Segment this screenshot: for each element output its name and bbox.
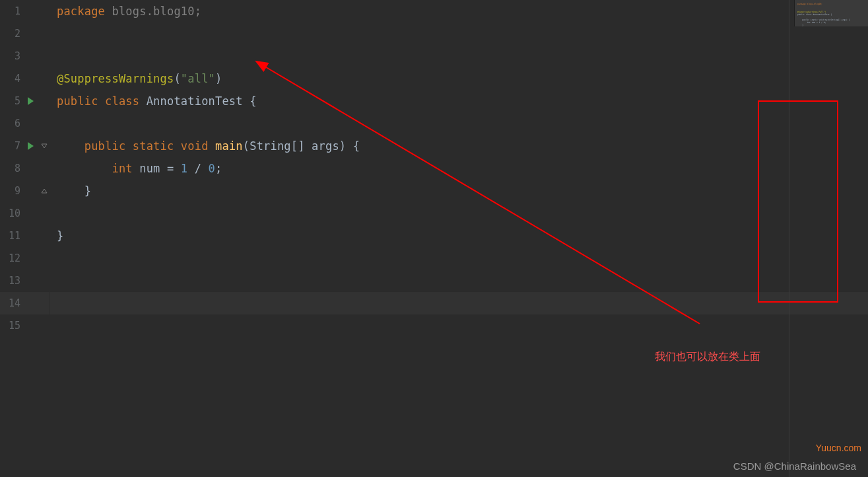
indent <box>57 139 84 153</box>
code-line-6[interactable] <box>50 112 868 135</box>
gutter-line[interactable]: 7 <box>0 135 50 157</box>
punct: ) <box>215 72 222 85</box>
code-area[interactable]: package blogs.blog10; @SuppressWarnings(… <box>50 0 868 477</box>
keyword: package <box>57 5 105 18</box>
gutter-line[interactable]: 15 <box>0 314 50 337</box>
code-line-13[interactable] <box>50 270 868 292</box>
gutter-line[interactable]: 14 <box>0 292 50 314</box>
code-line-4[interactable]: @SuppressWarnings("all") <box>50 67 868 90</box>
keyword: public class <box>57 94 147 108</box>
punct: ; <box>215 162 222 175</box>
brace: { <box>353 139 360 153</box>
function-name: main <box>215 139 243 153</box>
code-line-9[interactable]: } <box>50 180 868 202</box>
keyword: int <box>112 162 139 175</box>
gutter-line[interactable]: 12 <box>0 247 50 270</box>
minimap[interactable]: package blogs.blog10;@SuppressWarnings("… <box>794 0 868 26</box>
number: 1 <box>181 162 187 175</box>
annotation: @SuppressWarnings <box>57 72 174 85</box>
signature: (String[] args) <box>243 139 353 153</box>
gutter-line[interactable]: 4 <box>0 67 50 90</box>
run-icon[interactable] <box>28 97 34 105</box>
brace: } <box>57 229 63 242</box>
code-line-7[interactable]: public static void main(String[] args) { <box>50 135 868 157</box>
gutter-line[interactable]: 3 <box>0 45 50 67</box>
gutter-line[interactable]: 2 <box>0 22 50 45</box>
indent <box>57 162 112 175</box>
brace: { <box>250 94 256 108</box>
code-line-11[interactable]: } <box>50 225 868 247</box>
code-line-2[interactable] <box>50 22 868 45</box>
operator: / <box>187 162 208 175</box>
code-text: blogs.blog10; <box>105 5 201 18</box>
gutter-line[interactable]: 11 <box>0 225 50 247</box>
gutter-line[interactable]: 9 <box>0 180 50 202</box>
number: 0 <box>209 162 215 175</box>
gutter-line[interactable]: 8 <box>0 157 50 180</box>
code-line-8[interactable]: int num = 1 / 0; <box>50 157 868 180</box>
run-icon[interactable] <box>28 142 34 150</box>
gutter: 123456789101112131415 <box>0 0 50 477</box>
gutter-line[interactable]: 6 <box>0 112 50 135</box>
annotation-label: 我们也可以放在类上面 <box>655 350 760 364</box>
string: "all" <box>181 72 215 85</box>
fold-open-icon[interactable] <box>40 142 48 150</box>
watermark-csdn: CSDN @ChinaRainbowSea <box>733 460 856 472</box>
fold-close-icon[interactable] <box>40 187 48 195</box>
gutter-line[interactable]: 5 <box>0 90 50 112</box>
gutter-line[interactable]: 10 <box>0 202 50 225</box>
code-line-1[interactable]: package blogs.blog10; <box>50 0 868 22</box>
code-line-3[interactable] <box>50 45 868 67</box>
code-line-14[interactable] <box>50 292 868 314</box>
code-line-5[interactable]: public class AnnotationTest { <box>50 90 868 112</box>
code-line-10[interactable] <box>50 202 868 225</box>
watermark-yuucn: Yuucn.com <box>816 443 861 453</box>
gutter-line[interactable]: 13 <box>0 270 50 292</box>
code-line-12[interactable] <box>50 247 868 270</box>
keyword: public static void <box>84 139 215 153</box>
code-line-15[interactable] <box>50 314 868 337</box>
variable: num = <box>139 162 181 175</box>
indent <box>57 184 84 198</box>
punct: ( <box>174 72 180 85</box>
class-name: AnnotationTest <box>147 94 250 108</box>
code-editor[interactable]: 123456789101112131415 package blogs.blog… <box>0 0 868 477</box>
right-margin-guide <box>789 0 789 477</box>
brace: } <box>84 184 91 198</box>
gutter-line[interactable]: 1 <box>0 0 50 22</box>
